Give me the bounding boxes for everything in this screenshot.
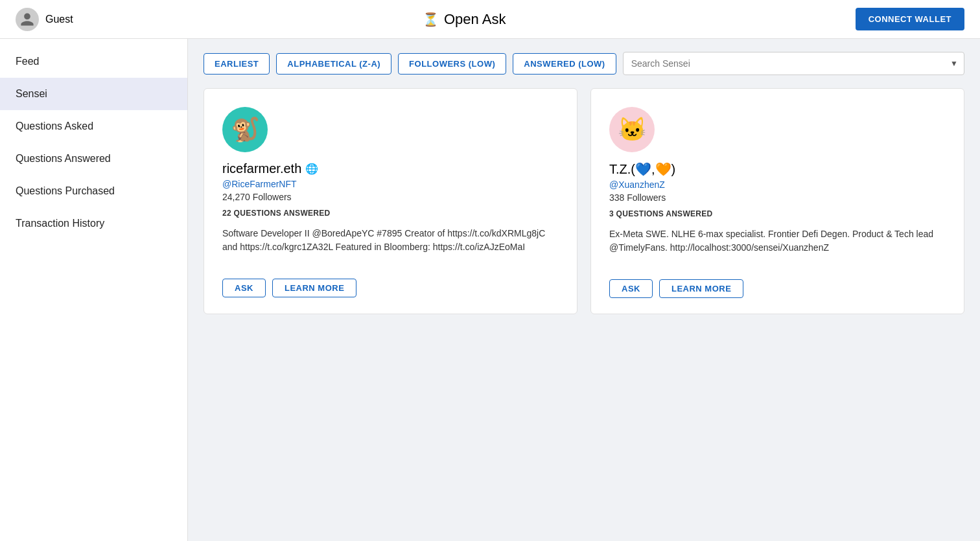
ask-button-ricefarmer[interactable]: ASK [222,279,266,297]
sensei-questions-tz: 3 QUESTIONS ANSWERED [609,209,946,218]
sidebar-item-feed[interactable]: Feed [0,45,187,78]
header-user: Guest [16,8,73,31]
cards-grid: 🐒 ricefarmer.eth 🌐 @RiceFarmerNFT 24,270… [204,88,964,314]
learn-more-button-tz[interactable]: LEARN MORE [659,279,743,298]
sidebar-item-questions-asked[interactable]: Questions Asked [0,110,187,143]
sensei-actions-ricefarmer: ASK LEARN MORE [222,279,559,297]
search-container: ▼ [623,52,964,75]
sensei-handle-tz: @XuanzhenZ [609,179,946,190]
sensei-followers-ricefarmer: 24,270 Followers [222,192,559,202]
sensei-avatar-ricefarmer: 🐒 [222,107,268,152]
sensei-bio-ricefarmer: Software Developer II @BoredApeYC #7895 … [222,227,559,266]
filter-answered-low-button[interactable]: ANSWERED (LOW) [513,53,616,75]
sidebar-item-questions-answered[interactable]: Questions Answered [0,143,187,175]
sidebar-item-sensei[interactable]: Sensei [0,78,187,110]
sensei-actions-tz: ASK LEARN MORE [609,279,946,298]
sensei-name-tz: T.Z.(💙,🧡) [609,161,946,177]
sensei-card-ricefarmer: 🐒 ricefarmer.eth 🌐 @RiceFarmerNFT 24,270… [204,88,578,314]
sensei-name-ricefarmer: ricefarmer.eth 🌐 [222,161,559,176]
hourglass-icon: ⏳ [423,12,439,27]
sidebar-item-transaction-history[interactable]: Transaction History [0,207,187,240]
sensei-followers-tz: 338 Followers [609,192,946,203]
filter-earliest-button[interactable]: EARLIEST [204,53,270,75]
app-title: Open Ask [444,11,506,28]
sensei-bio-tz: Ex-Meta SWE. NLHE 6-max specialist. Fron… [609,227,946,266]
sensei-handle-ricefarmer: @RiceFarmerNFT [222,179,559,189]
main-content: EARLIEST ALPHABETICAL (Z-A) FOLLOWERS (L… [188,39,980,541]
sensei-card-tz: 🐱 T.Z.(💙,🧡) @XuanzhenZ 338 Followers 3 Q… [590,88,964,314]
filter-followers-low-button[interactable]: FOLLOWERS (LOW) [398,53,506,75]
sidebar-item-questions-purchased[interactable]: Questions Purchased [0,175,187,207]
app-title-container: ⏳ Open Ask [423,11,506,28]
globe-icon: 🌐 [305,163,318,175]
learn-more-button-ricefarmer[interactable]: LEARN MORE [272,279,356,297]
connect-wallet-button[interactable]: CONNECT WALLET [856,8,964,30]
search-input[interactable] [623,52,964,75]
sidebar: Feed Sensei Questions Asked Questions An… [0,39,188,541]
sensei-avatar-tz: 🐱 [609,107,655,152]
filter-alphabetical-button[interactable]: ALPHABETICAL (Z-A) [276,53,391,75]
ask-button-tz[interactable]: ASK [609,279,653,298]
filter-bar: EARLIEST ALPHABETICAL (Z-A) FOLLOWERS (L… [204,52,964,75]
avatar [16,8,39,31]
header: Guest ⏳ Open Ask CONNECT WALLET [0,0,980,39]
sensei-questions-ricefarmer: 22 QUESTIONS ANSWERED [222,209,559,218]
username-label: Guest [45,14,73,25]
main-layout: Feed Sensei Questions Asked Questions An… [0,39,980,541]
